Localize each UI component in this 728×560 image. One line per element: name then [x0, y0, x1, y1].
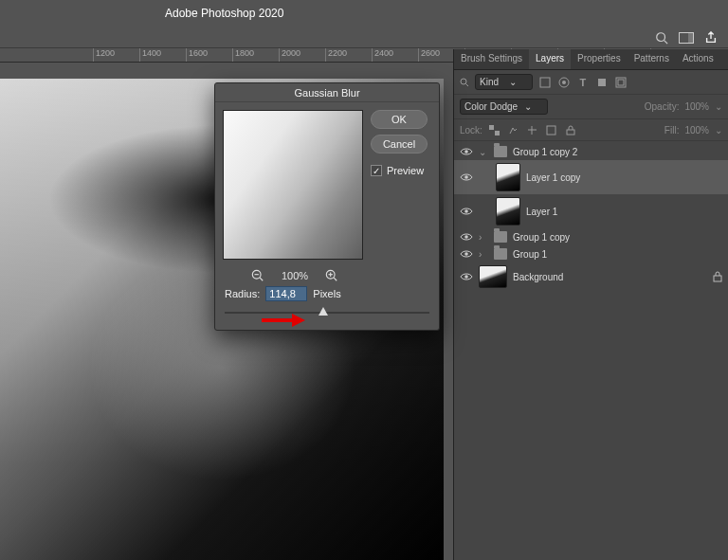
- opacity-label: Opacity:: [645, 101, 680, 112]
- radius-row: Radius: Pixels: [215, 282, 439, 305]
- zoom-in-icon[interactable]: [325, 269, 338, 282]
- ruler-tick: 2200: [325, 47, 372, 63]
- tab-brush-settings[interactable]: Brush Settings: [454, 49, 529, 69]
- tab-patterns[interactable]: Patterns: [628, 49, 676, 69]
- ruler-tick: 2000: [279, 47, 325, 63]
- svg-rect-9: [598, 79, 606, 86]
- visibility-toggle[interactable]: [460, 232, 473, 242]
- lock-position-icon[interactable]: [526, 123, 539, 136]
- folder-icon: [494, 146, 507, 157]
- opacity-value[interactable]: 100%: [684, 101, 709, 112]
- lock-pixels-icon[interactable]: [507, 123, 520, 136]
- lock-artboard-icon[interactable]: [545, 123, 558, 136]
- lock-transparent-icon[interactable]: [488, 123, 501, 136]
- ok-button[interactable]: OK: [371, 110, 428, 129]
- layer-thumbnail[interactable]: [479, 265, 507, 288]
- layer-row[interactable]: ›Group 1 copy: [454, 228, 728, 245]
- blur-preview[interactable]: [223, 110, 363, 260]
- svg-point-17: [464, 175, 468, 179]
- fill-label: Fill:: [664, 125, 680, 135]
- search-icon[interactable]: [654, 30, 669, 45]
- svg-line-25: [260, 278, 263, 280]
- chevron-down-icon[interactable]: ⌄: [479, 147, 488, 157]
- panel-tabs: Brush SettingsLayersPropertiesPatternsAc…: [454, 49, 728, 70]
- panels-dock: Brush SettingsLayersPropertiesPatternsAc…: [453, 49, 728, 560]
- layer-row[interactable]: Layer 1 copy: [454, 160, 728, 194]
- app-titlebar: Adobe Photoshop 2020: [0, 0, 728, 27]
- layer-row[interactable]: ›Group 1: [454, 245, 728, 262]
- chevron-right-icon[interactable]: ›: [479, 232, 488, 243]
- tab-actions[interactable]: Actions: [676, 49, 720, 69]
- search-small-icon: [460, 78, 469, 87]
- radius-slider[interactable]: [225, 307, 429, 318]
- ruler-tick: 1800: [232, 47, 279, 63]
- zoom-value: 100%: [282, 270, 308, 281]
- visibility-toggle[interactable]: [460, 249, 473, 259]
- app-title: Adobe Photoshop 2020: [165, 7, 283, 20]
- fill-value[interactable]: 100%: [684, 125, 709, 135]
- svg-rect-3: [688, 33, 694, 44]
- filter-type-icon[interactable]: T: [576, 76, 590, 89]
- preview-checkbox-row[interactable]: ✓ Preview: [371, 165, 428, 176]
- layer-name[interactable]: Group 1 copy: [513, 232, 570, 243]
- tab-properties[interactable]: Properties: [571, 49, 628, 69]
- visibility-toggle[interactable]: [460, 147, 473, 156]
- visibility-toggle[interactable]: [460, 172, 473, 182]
- workspace-switcher-icon[interactable]: [679, 30, 694, 45]
- lock-icon: [713, 271, 722, 282]
- lock-all-icon[interactable]: [564, 123, 577, 136]
- filter-pixel-icon[interactable]: [538, 76, 552, 89]
- preview-checkbox[interactable]: ✓: [371, 165, 382, 176]
- layer-row[interactable]: ⌄Group 1 copy 2: [454, 143, 728, 160]
- layer-name[interactable]: Background: [513, 272, 563, 282]
- svg-rect-11: [618, 80, 624, 85]
- layer-thumbnail[interactable]: [496, 163, 520, 191]
- visibility-toggle[interactable]: [460, 272, 473, 281]
- radius-label: Radius:: [225, 288, 260, 299]
- svg-point-18: [464, 209, 468, 213]
- radius-input[interactable]: [265, 286, 307, 301]
- svg-point-0: [657, 33, 665, 42]
- layer-name[interactable]: Group 1 copy 2: [513, 147, 577, 157]
- preview-label: Preview: [387, 165, 424, 176]
- filter-adjust-icon[interactable]: [557, 76, 571, 89]
- tab-layers[interactable]: Layers: [529, 49, 571, 69]
- blend-mode-row: Color Dodge ⌄ Opacity: 100% ⌄: [454, 95, 728, 119]
- radius-slider-thumb[interactable]: [318, 307, 328, 316]
- filter-kind-select[interactable]: Kind ⌄: [475, 74, 533, 90]
- radius-unit: Pixels: [313, 288, 340, 299]
- svg-point-8: [562, 81, 566, 84]
- zoom-out-icon[interactable]: [251, 269, 264, 282]
- svg-rect-6: [540, 78, 550, 87]
- layer-row[interactable]: Background: [454, 262, 728, 291]
- lock-row: Lock: Fill: 100% ⌄: [454, 119, 728, 141]
- cancel-button[interactable]: Cancel: [371, 135, 428, 154]
- layer-name[interactable]: Group 1: [513, 249, 547, 260]
- layer-row[interactable]: Layer 1: [454, 194, 728, 228]
- layer-thumbnail[interactable]: [496, 197, 520, 226]
- filter-smart-icon[interactable]: [614, 76, 628, 89]
- ruler-tick: 1200: [93, 47, 139, 63]
- layers-list: ⌄Group 1 copy 2Layer 1 copyLayer 1›Group…: [454, 141, 728, 293]
- svg-point-4: [461, 79, 466, 84]
- visibility-toggle[interactable]: [460, 207, 473, 216]
- svg-rect-15: [567, 130, 574, 135]
- zoom-controls: 100%: [215, 269, 367, 282]
- layer-name[interactable]: Layer 1: [526, 207, 557, 217]
- folder-icon: [494, 248, 507, 260]
- workspace-icons: [654, 30, 719, 45]
- ruler-tick: 1400: [139, 47, 186, 63]
- svg-point-19: [464, 235, 468, 239]
- dialog-title[interactable]: Gaussian Blur: [215, 83, 439, 102]
- svg-point-21: [464, 275, 468, 279]
- folder-icon: [494, 231, 507, 243]
- ruler-tick: 2400: [372, 47, 418, 63]
- svg-rect-14: [547, 126, 555, 135]
- layer-name[interactable]: Layer 1 copy: [526, 172, 580, 183]
- svg-rect-12: [489, 125, 494, 130]
- blend-mode-select[interactable]: Color Dodge ⌄: [460, 99, 548, 115]
- chevron-right-icon[interactable]: ›: [479, 249, 488, 260]
- filter-shape-icon[interactable]: [595, 76, 609, 89]
- share-icon[interactable]: [703, 30, 719, 45]
- svg-line-5: [466, 83, 469, 86]
